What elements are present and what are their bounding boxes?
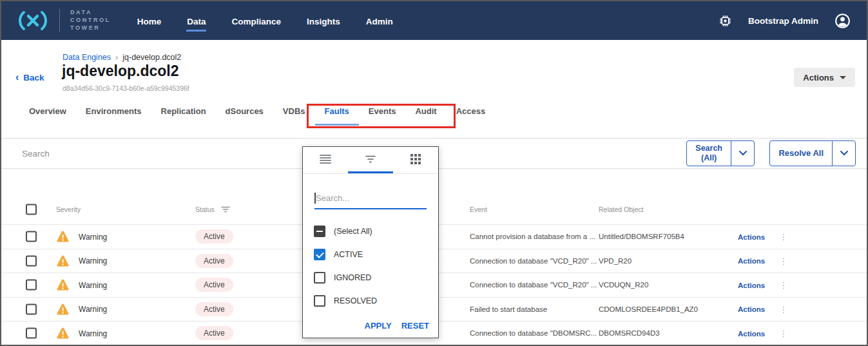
row-actions-link[interactable]: Actions: [738, 329, 765, 337]
search-all-line1: Search: [695, 144, 722, 153]
row-actions-link[interactable]: Actions: [738, 233, 765, 240]
row-actions-link[interactable]: Actions: [738, 281, 765, 289]
severity-cell: Warning: [56, 279, 107, 291]
column-header-related-object: Related Object: [599, 206, 643, 213]
api-chip-icon[interactable]: [718, 14, 733, 28]
search-all-dropdown-chevron-icon[interactable]: [731, 141, 754, 166]
filter-option-label: RESOLVED: [334, 296, 377, 305]
severity-label: Warning: [79, 305, 107, 314]
ignored-checkbox[interactable]: [314, 272, 325, 284]
filter-options-list: (Select All) ACTIVE IGNORED RESOLVED: [303, 220, 438, 312]
tab-dsources[interactable]: dSources: [216, 106, 273, 126]
status-badge: Active: [195, 326, 233, 340]
row-actions-link[interactable]: Actions: [738, 257, 765, 265]
search-all-split-button: Search (All): [686, 140, 755, 166]
back-label: Back: [23, 73, 44, 82]
row-kebab-menu-icon[interactable]: ⋮: [779, 233, 787, 241]
filter-option-active[interactable]: ACTIVE: [303, 243, 438, 266]
tab-access[interactable]: Access: [447, 106, 496, 126]
page-actions-button[interactable]: Actions: [794, 68, 855, 87]
resolve-all-button[interactable]: Resolve All: [770, 141, 832, 166]
breadcrumb-parent-link[interactable]: Data Engines: [63, 53, 111, 62]
popup-tab-list[interactable]: [303, 147, 348, 173]
filter-option-label: (Select All): [334, 227, 372, 236]
resolve-all-dropdown-chevron-icon[interactable]: [832, 141, 855, 166]
caret-down-icon: [840, 76, 846, 79]
resolve-all-split-button: Resolve All: [769, 140, 856, 166]
event-cell: Failed to start database: [470, 305, 547, 313]
event-cell: Cannot provision a database from a ...: [470, 233, 595, 240]
delphix-logo-icon[interactable]: [17, 10, 49, 31]
tab-replication[interactable]: Replication: [151, 106, 216, 126]
select-all-checkbox[interactable]: [314, 226, 325, 237]
filter-option-select-all[interactable]: (Select All): [303, 220, 438, 243]
nav-item-compliance[interactable]: Compliance: [231, 13, 282, 32]
tab-environments[interactable]: Environments: [76, 106, 151, 126]
apply-button[interactable]: APPLY: [365, 321, 392, 331]
status-filter-icon[interactable]: [221, 206, 230, 213]
column-header-severity: Severity: [56, 206, 81, 213]
related-object-cell: CDOMLOSRDEE4PDB1_AZ0: [599, 305, 698, 313]
row-kebab-menu-icon[interactable]: ⋮: [779, 281, 787, 289]
event-cell: Connection to database "VCD_R20" ...: [470, 281, 597, 289]
warning-triangle-icon: [56, 303, 70, 315]
row-kebab-menu-icon[interactable]: ⋮: [779, 329, 787, 338]
status-filter-popup: (Select All) ACTIVE IGNORED RESOLVED APP…: [302, 146, 439, 338]
back-chevron-icon: ‹: [15, 72, 19, 82]
warning-triangle-icon: [56, 279, 70, 291]
row-checkbox[interactable]: [26, 303, 37, 314]
active-checkbox[interactable]: [314, 249, 325, 260]
filter-search-input[interactable]: [314, 191, 427, 208]
tab-vdbs[interactable]: VDBs: [273, 106, 315, 126]
nav-item-insights[interactable]: Insights: [306, 13, 341, 32]
status-badge: Active: [195, 302, 233, 316]
back-button[interactable]: ‹ Back: [15, 72, 44, 82]
row-kebab-menu-icon[interactable]: ⋮: [779, 305, 787, 313]
severity-label: Warning: [79, 280, 107, 289]
row-checkbox[interactable]: [26, 280, 37, 291]
related-object-cell: DBOMSRCD94D3: [599, 329, 660, 337]
top-navbar: DATA CONTROL TOWER Home Data Compliance …: [1, 1, 867, 40]
row-checkbox[interactable]: [26, 231, 37, 242]
tab-faults[interactable]: Faults: [315, 106, 359, 126]
column-header-status: Status: [195, 206, 230, 213]
warning-triangle-icon: [56, 255, 70, 267]
breadcrumb-separator: ›: [115, 53, 118, 62]
search-all-button[interactable]: Search (All): [687, 141, 731, 166]
breadcrumb-current: jq-develop.dcol2: [122, 53, 181, 62]
event-cell: Connection to database "VCD_R20" ...: [470, 257, 597, 265]
tab-audit[interactable]: Audit: [405, 106, 446, 126]
nav-item-admin[interactable]: Admin: [365, 13, 394, 32]
page-title: jq-develop.dcol2: [62, 62, 178, 80]
row-actions-link[interactable]: Actions: [738, 305, 765, 313]
user-name: Bootstrap Admin: [748, 16, 818, 26]
related-object-cell: VPD_R20: [599, 257, 632, 265]
filter-option-resolved[interactable]: RESOLVED: [303, 289, 438, 312]
reset-button[interactable]: RESET: [401, 321, 429, 331]
nav-item-data[interactable]: Data: [186, 13, 206, 32]
tab-overview[interactable]: Overview: [19, 106, 76, 126]
severity-label: Warning: [79, 329, 107, 338]
filter-popup-tabs: [303, 147, 438, 174]
popup-tab-filter[interactable]: [348, 147, 393, 173]
row-actions-cell: Actions ⋮: [738, 233, 787, 241]
filter-option-ignored[interactable]: IGNORED: [303, 266, 438, 289]
row-checkbox[interactable]: [26, 328, 37, 339]
filter-icon: [365, 155, 376, 163]
select-all-rows-checkbox[interactable]: [26, 204, 37, 215]
row-actions-cell: Actions ⋮: [738, 256, 787, 265]
main-nav: Home Data Compliance Insights Admin: [137, 1, 394, 40]
user-avatar-icon[interactable]: [834, 12, 851, 30]
popup-tab-grid[interactable]: [393, 147, 438, 173]
search-all-line2: (All): [701, 153, 717, 163]
tab-events[interactable]: Events: [359, 106, 406, 126]
nav-item-home[interactable]: Home: [137, 13, 162, 32]
severity-label: Warning: [79, 256, 107, 265]
severity-label: Warning: [79, 232, 107, 241]
row-kebab-menu-icon[interactable]: ⋮: [779, 256, 787, 265]
brand-line: DATA: [70, 9, 111, 17]
row-checkbox[interactable]: [26, 255, 37, 266]
row-actions-cell: Actions ⋮: [738, 329, 787, 338]
filter-option-label: ACTIVE: [334, 250, 363, 259]
resolved-checkbox[interactable]: [314, 295, 325, 307]
